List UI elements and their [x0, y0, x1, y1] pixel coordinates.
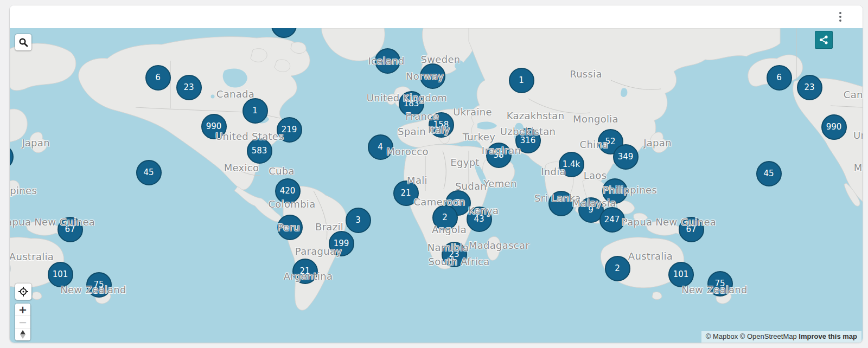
cluster-marker[interactable]: 183 — [399, 91, 424, 117]
cluster-marker[interactable]: 158 — [429, 112, 454, 138]
cluster-marker[interactable] — [548, 191, 574, 216]
map-attribution: © Mapbox © OpenStreetMap Improve this ma… — [701, 331, 861, 343]
attribution-link-osm[interactable]: © OpenStreetMap — [740, 332, 797, 340]
cluster-marker[interactable]: 43 — [467, 207, 492, 232]
zoom-in-button[interactable]: + — [15, 304, 30, 315]
cluster-marker[interactable] — [277, 215, 303, 240]
attribution-link-mapbox[interactable]: © Mapbox — [706, 332, 738, 340]
cluster-marker[interactable]: 21 — [292, 259, 318, 284]
cluster-marker[interactable]: 219 — [277, 117, 302, 143]
cluster-marker[interactable] — [602, 178, 628, 204]
cluster-marker[interactable]: 67 — [58, 217, 83, 242]
map-widget-card: 62399012195834518315841316381.4k52349924… — [10, 5, 863, 343]
cluster-marker[interactable]: 990 — [201, 114, 227, 139]
cluster-marker[interactable]: 1 — [509, 68, 534, 93]
zoom-control: + − — [15, 304, 30, 340]
geolocate-icon — [18, 286, 29, 297]
cluster-marker[interactable]: 2 — [605, 256, 630, 281]
search-button[interactable] — [15, 34, 31, 50]
cluster-marker[interactable]: 45 — [756, 161, 782, 186]
cluster-marker[interactable]: 101 — [668, 262, 694, 287]
attribution-link-improve[interactable]: Improve this map — [799, 332, 857, 340]
cluster-marker[interactable]: 247 — [599, 207, 625, 233]
cluster-marker[interactable]: 583 — [247, 138, 272, 164]
share-button[interactable] — [815, 31, 833, 49]
cluster-marker[interactable]: 23 — [176, 75, 202, 100]
share-icon — [819, 35, 828, 44]
geolocate-button[interactable] — [15, 283, 31, 300]
cluster-marker[interactable] — [375, 48, 400, 74]
search-icon — [18, 37, 28, 47]
cluster-marker[interactable]: 75 — [707, 271, 733, 297]
cluster-marker[interactable]: 420 — [275, 178, 301, 204]
cluster-marker[interactable]: 21 — [393, 181, 419, 206]
cluster-marker[interactable]: 990 — [821, 114, 847, 140]
cluster-marker[interactable] — [420, 63, 445, 89]
cluster-marker[interactable]: 45 — [136, 160, 162, 185]
cluster-marker[interactable]: 38 — [486, 143, 512, 168]
cluster-marker[interactable]: 316 — [515, 128, 541, 153]
compass-button[interactable] — [15, 328, 30, 340]
zoom-out-button[interactable]: − — [15, 315, 30, 328]
cluster-marker[interactable]: 101 — [48, 262, 73, 287]
cluster-marker[interactable]: 6 — [767, 65, 792, 91]
cluster-marker[interactable]: 75 — [86, 272, 112, 298]
cluster-marker[interactable]: 23 — [442, 242, 467, 267]
cluster-marker[interactable]: 23 — [797, 75, 822, 100]
compass-icon — [19, 330, 27, 339]
cluster-marker[interactable]: 199 — [329, 231, 354, 256]
kebab-menu-button[interactable] — [834, 10, 846, 24]
cluster-marker[interactable]: 6 — [145, 65, 171, 91]
cluster-marker[interactable]: 2 — [432, 205, 458, 230]
map-canvas[interactable]: 62399012195834518315841316381.4k52349924… — [10, 28, 863, 343]
cluster-marker[interactable]: 1 — [242, 98, 268, 124]
cluster-marker[interactable]: 1.4k — [559, 152, 584, 177]
cluster-marker[interactable]: 67 — [679, 217, 704, 242]
cluster-marker[interactable]: 4 — [368, 134, 393, 160]
cluster-marker[interactable]: 3 — [346, 208, 371, 233]
cluster-marker[interactable]: 349 — [613, 144, 639, 170]
card-header — [10, 5, 863, 28]
